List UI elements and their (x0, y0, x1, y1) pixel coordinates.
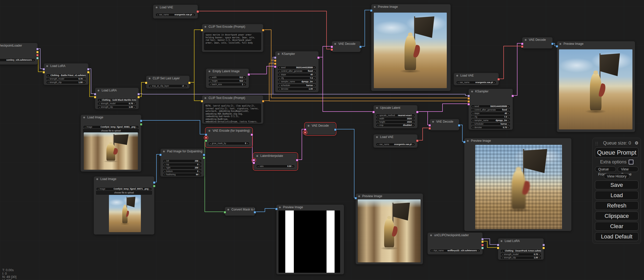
load-lora-1[interactable]: Load LoRA◂Clothing - Battle Priest_v2.sa… (44, 63, 89, 85)
port-mask-output[interactable] (203, 157, 205, 159)
view-queue-button[interactable]: View Queue (618, 166, 638, 172)
widget-value[interactable]: ◂Clothing - Gold Black Marble Armor.safe… (97, 98, 136, 102)
port-cond-output[interactable] (262, 100, 264, 102)
port-image-output[interactable] (140, 120, 142, 122)
widget-sampler_name[interactable]: ◂sampler_namedpmpp_2m▸ (471, 119, 510, 122)
clip-set-last-layer[interactable]: CLIP Set Last Layer◂stop_at_clip_layer-2… (146, 76, 190, 89)
port-model-output[interactable] (87, 68, 90, 71)
widget-value[interactable]: ◂Clothing - Battle Priest_v2.safetensors… (46, 74, 86, 77)
increment-arrow-icon[interactable]: ▸ (508, 105, 509, 108)
widget-image[interactable]: ◂imageComfyUI_temp_hjpnd_00081_.png▸ (83, 125, 139, 129)
decrement-arrow-icon[interactable]: ◂ (164, 166, 165, 169)
increment-arrow-icon[interactable]: ▸ (136, 125, 137, 129)
port-model-output[interactable] (137, 93, 140, 95)
port-image-output[interactable] (153, 181, 155, 184)
increment-arrow-icon[interactable]: ▸ (314, 80, 315, 83)
increment-arrow-icon[interactable]: ▸ (539, 253, 540, 256)
widget-denoise[interactable]: ◂denoise1.00▸ (277, 87, 316, 91)
widget-top[interactable]: ◂top0▸ (163, 163, 202, 166)
increment-arrow-icon[interactable]: ▸ (314, 66, 315, 69)
decrement-arrow-icon[interactable]: ◂ (164, 159, 165, 163)
port-clip-input[interactable] (94, 96, 96, 98)
widget-height[interactable]: ◂height512▸ (208, 79, 247, 83)
decrement-arrow-icon[interactable]: ◂ (48, 81, 49, 84)
convert-mask-to-image[interactable]: Convert Mask to Image (225, 207, 255, 216)
decrement-arrow-icon[interactable]: ◂ (164, 170, 165, 173)
increment-arrow-icon[interactable]: ▸ (508, 115, 509, 119)
increment-arrow-icon[interactable]: ▸ (314, 84, 315, 87)
increment-arrow-icon[interactable]: ▸ (314, 73, 315, 76)
settings-gear-icon[interactable]: ⚙ (635, 141, 638, 146)
decrement-arrow-icon[interactable]: ◂ (377, 114, 378, 117)
decrement-arrow-icon[interactable]: ◂ (377, 117, 378, 120)
load-button[interactable]: Load (595, 191, 638, 200)
decrement-arrow-icon[interactable]: ◂ (502, 253, 503, 256)
increment-arrow-icon[interactable]: ▸ (292, 165, 293, 168)
decrement-arrow-icon[interactable]: ◂ (99, 102, 100, 105)
increment-arrow-icon[interactable]: ▸ (199, 163, 200, 166)
increment-arrow-icon[interactable]: ▸ (508, 119, 509, 122)
port-latent-output[interactable] (317, 56, 320, 59)
widget-ckpt_name[interactable]: ◂ckpt_namewolfboys2D_v20.safetensors▸ (430, 249, 480, 252)
decrement-arrow-icon[interactable]: ◂ (472, 119, 473, 122)
widget-crop[interactable]: ◂cropdisabled▸ (376, 124, 415, 127)
port-latent-input[interactable] (331, 46, 333, 48)
increment-arrow-icon[interactable]: ▸ (84, 77, 85, 81)
port-image-input[interactable] (159, 154, 162, 156)
load-vae-3[interactable]: Load VAE◂vae_nameorangemix.vae.pt▸ (454, 73, 499, 85)
widget-grow_mask_by[interactable]: ◂grow_mask_by0▸ (208, 142, 250, 145)
increment-arrow-icon[interactable]: ▸ (508, 126, 509, 129)
widget-strength_clip[interactable]: ◂strength_clip1.00▸ (500, 256, 541, 259)
port-vae-input[interactable] (428, 127, 431, 130)
port-vae-output[interactable] (497, 78, 500, 81)
port-latent-output[interactable] (251, 133, 253, 136)
port-clip-output[interactable] (542, 247, 545, 249)
load-vae-2[interactable]: Load VAE◂vae_nameorangemix.vae.pt▸ (373, 134, 418, 148)
clipspace-button[interactable]: Clipspace (595, 212, 638, 220)
port-clipvision-output[interactable] (36, 57, 39, 59)
port-vae-input[interactable] (521, 45, 524, 48)
decrement-arrow-icon[interactable]: ◂ (472, 122, 473, 126)
port-clipvision-output[interactable] (481, 247, 484, 249)
port-clip-output[interactable] (137, 96, 140, 98)
load-lora-3[interactable]: Load LoRA◂Clothing - DesertPunk Armor.sa… (498, 238, 544, 260)
port-latent-input[interactable] (372, 111, 375, 113)
port-vae-output[interactable] (196, 10, 199, 13)
port-latent-output[interactable] (296, 159, 298, 161)
increment-arrow-icon[interactable]: ▸ (314, 69, 315, 73)
vae-encode-for-inpainting[interactable]: VAE Encode (for Inpainting)◂grow_mask_by… (206, 128, 252, 147)
port-clip-input[interactable] (201, 29, 203, 31)
upload-file-button[interactable]: choose file to upload (96, 191, 152, 195)
decrement-arrow-icon[interactable]: ◂ (472, 115, 473, 119)
port-cond-input[interactable] (274, 62, 276, 65)
port-clip-output[interactable] (87, 71, 90, 74)
port-model-input[interactable] (274, 56, 276, 59)
decrement-arrow-icon[interactable]: ◂ (502, 256, 503, 259)
widget-upscale_method[interactable]: ◂upscale_methodnearest-exact▸ (376, 114, 415, 117)
ksampler-1[interactable]: KSampler◂seed59201444328589▸◂control_aft… (275, 51, 319, 92)
increment-arrow-icon[interactable]: ▸ (185, 84, 186, 88)
port-cond-output[interactable] (262, 29, 264, 31)
decrement-arrow-icon[interactable]: ◂ (48, 74, 49, 77)
decrement-arrow-icon[interactable]: ◂ (99, 106, 100, 109)
port-mask-input[interactable] (224, 211, 226, 214)
widget-value[interactable]: ◂somboy_v25.safetensors▸ (0, 58, 35, 62)
unclip-checkpoint-loader-bottom[interactable]: unCLIPCheckpointLoader◂ckpt_namewolfboys… (427, 232, 483, 255)
port-clip-output[interactable] (481, 240, 484, 243)
decrement-arrow-icon[interactable]: ◂ (164, 163, 165, 166)
increment-arrow-icon[interactable]: ▸ (508, 112, 509, 115)
port-image-input[interactable] (463, 141, 466, 143)
port-vae-input[interactable] (205, 136, 207, 139)
widget-feathering[interactable]: ◂feathering64▸ (163, 173, 202, 176)
decrement-arrow-icon[interactable]: ◂ (85, 125, 86, 129)
decrement-arrow-icon[interactable]: ◂ (150, 84, 151, 88)
widget-strength_clip[interactable]: ◂strength_clip1.00▸ (46, 81, 86, 84)
widget-image[interactable]: ◂imageComfyUI_temp_hjpnd_00071_.png▸ (96, 187, 152, 191)
ksampler-2[interactable]: KSampler◂seed59201444328589▸◂control_aft… (468, 89, 513, 130)
port-model-input[interactable] (94, 93, 96, 95)
decrement-arrow-icon[interactable]: ◂ (472, 112, 473, 115)
clip-text-encode-negative[interactable]: CLIP Text Encode (Prompt)NSFW, (worst qu… (202, 95, 263, 124)
widget-control_after_generate[interactable]: ◂control_after_generatefixed▸ (471, 108, 510, 112)
port-latent-input[interactable] (253, 162, 255, 164)
widget-scheduler[interactable]: ◂schedulerkarras▸ (471, 122, 510, 126)
